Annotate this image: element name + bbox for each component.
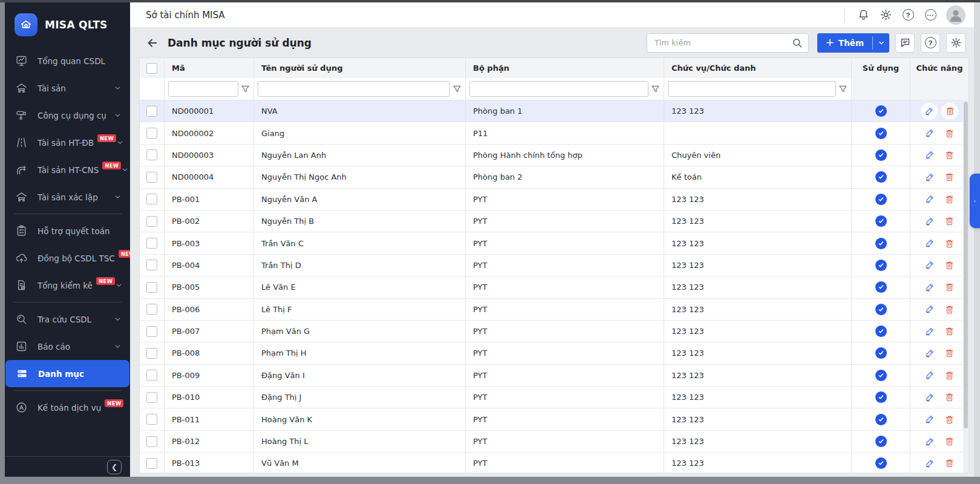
edit-pencil-icon[interactable]: [923, 280, 937, 295]
sidebar-item-ho-tro-quyet-toan[interactable]: Hỗ trợ quyết toán: [5, 217, 130, 244]
in-use-check-icon[interactable]: [875, 260, 887, 271]
delete-trash-icon[interactable]: [942, 148, 956, 162]
user-avatar[interactable]: [946, 5, 965, 25]
row-checkbox[interactable]: [146, 128, 157, 139]
edit-pencil-icon[interactable]: [923, 434, 937, 449]
sidebar-item-tai-san-ht-db[interactable]: Tài sản HT-ĐBNEW: [5, 129, 130, 156]
edit-pencil-icon[interactable]: [923, 390, 937, 405]
table-scrollbar-thumb[interactable]: [964, 102, 968, 428]
edit-pencil-icon[interactable]: [923, 302, 937, 316]
sidebar-collapse-button[interactable]: ❮: [107, 460, 122, 474]
in-use-check-icon[interactable]: [875, 215, 887, 227]
row-checkbox[interactable]: [146, 348, 157, 359]
in-use-check-icon[interactable]: [875, 391, 887, 403]
in-use-check-icon[interactable]: [875, 194, 887, 205]
filter-funnel-icon-title[interactable]: [838, 85, 848, 94]
sidebar-item-ke-toan-dich-vu[interactable]: Kế toán dịch vụNEW: [5, 394, 130, 421]
add-dropdown-caret[interactable]: [873, 33, 889, 53]
row-checkbox[interactable]: [146, 149, 157, 160]
table-settings-gear-icon[interactable]: [946, 33, 965, 53]
back-arrow-icon[interactable]: [146, 36, 159, 50]
filter-funnel-icon-department[interactable]: [651, 85, 660, 94]
more-options-icon[interactable]: ⋯: [924, 8, 937, 22]
column-header-code[interactable]: Mã: [165, 58, 254, 78]
in-use-check-icon[interactable]: [875, 128, 887, 139]
help-icon[interactable]: ?: [901, 8, 915, 22]
edit-pencil-icon[interactable]: [923, 192, 937, 206]
search-input[interactable]: [653, 38, 791, 48]
edit-pencil-icon[interactable]: [923, 214, 937, 229]
sidebar-item-tai-san-xac-lap[interactable]: Tài sản xác lập: [5, 183, 130, 211]
delete-trash-icon[interactable]: [942, 192, 956, 206]
select-all-checkbox[interactable]: [146, 63, 157, 74]
in-use-check-icon[interactable]: [875, 149, 887, 161]
row-checkbox[interactable]: [146, 436, 157, 447]
edit-pencil-icon[interactable]: [923, 126, 937, 140]
row-checkbox[interactable]: [146, 414, 157, 425]
row-checkbox[interactable]: [146, 326, 157, 337]
edit-pencil-icon[interactable]: [923, 170, 937, 185]
filter-input-title[interactable]: [668, 81, 836, 97]
help-icon-secondary[interactable]: ?: [921, 33, 940, 53]
in-use-check-icon[interactable]: [875, 105, 887, 117]
delete-trash-icon[interactable]: [942, 170, 956, 185]
sidebar-item-tai-san-ht-cns[interactable]: Tài sản HT-CNSNEW: [5, 156, 130, 183]
edit-pencil-icon[interactable]: [923, 368, 937, 382]
column-header-title[interactable]: Chức vụ/Chức danh: [664, 58, 852, 78]
row-checkbox[interactable]: [146, 216, 157, 227]
filter-funnel-icon-code[interactable]: [241, 85, 250, 94]
row-checkbox[interactable]: [146, 194, 157, 204]
in-use-check-icon[interactable]: [875, 457, 887, 469]
row-checkbox[interactable]: [146, 282, 157, 293]
row-checkbox[interactable]: [146, 238, 157, 249]
in-use-check-icon[interactable]: [875, 304, 887, 315]
search-icon[interactable]: [791, 37, 803, 49]
filter-funnel-icon-name[interactable]: [452, 85, 462, 94]
delete-trash-icon[interactable]: [942, 302, 956, 316]
notification-bell-icon[interactable]: [857, 8, 870, 22]
in-use-check-icon[interactable]: [875, 238, 887, 249]
filter-input-name[interactable]: [258, 81, 450, 97]
column-header-in-use[interactable]: Sử dụng: [852, 58, 910, 78]
sidebar-item-tai-san[interactable]: Tài sản: [5, 74, 130, 102]
sidebar-item-danh-muc[interactable]: Danh mục: [5, 360, 129, 387]
sidebar-item-dong-bo-csdl-tsc[interactable]: Đồng bộ CSDL TSCNEW: [5, 244, 130, 272]
edit-pencil-icon[interactable]: [923, 148, 937, 162]
delete-trash-icon[interactable]: [942, 368, 956, 382]
row-checkbox[interactable]: [146, 106, 157, 117]
sidebar-item-tong-kiem-ke[interactable]: Tổng kiểm kêNEW: [5, 272, 130, 299]
edit-pencil-icon[interactable]: [923, 412, 937, 427]
in-use-check-icon[interactable]: [875, 347, 887, 359]
in-use-check-icon[interactable]: [875, 436, 887, 447]
row-checkbox[interactable]: [146, 172, 157, 183]
table-scrollbar-track[interactable]: [963, 100, 969, 473]
delete-trash-icon[interactable]: [942, 412, 956, 427]
delete-trash-icon[interactable]: [942, 280, 956, 295]
edit-pencil-icon[interactable]: [921, 103, 938, 120]
delete-trash-icon[interactable]: [942, 214, 956, 229]
in-use-check-icon[interactable]: [875, 414, 887, 425]
edit-pencil-icon[interactable]: [923, 258, 937, 272]
in-use-check-icon[interactable]: [875, 325, 887, 337]
delete-trash-icon[interactable]: [942, 434, 956, 449]
sidebar-item-cong-cu-dung-cu[interactable]: Công cụ dụng cụ: [5, 102, 130, 129]
delete-trash-icon[interactable]: [942, 258, 956, 272]
sidebar-item-tong-quan-csdl[interactable]: Tổng quan CSDL: [5, 47, 130, 74]
column-header-name[interactable]: Tên người sử dụng: [254, 58, 466, 78]
delete-trash-icon[interactable]: [942, 456, 956, 471]
row-checkbox[interactable]: [146, 304, 157, 315]
feedback-chat-icon[interactable]: [895, 33, 915, 53]
edit-pencil-icon[interactable]: [923, 236, 937, 250]
row-checkbox[interactable]: [146, 370, 157, 381]
edit-pencil-icon[interactable]: [923, 456, 937, 471]
delete-trash-icon[interactable]: [942, 236, 956, 250]
delete-trash-icon[interactable]: [942, 126, 956, 140]
side-drawer-expand-tab[interactable]: [970, 174, 980, 228]
row-checkbox[interactable]: [146, 260, 157, 270]
column-header-department[interactable]: Bộ phận: [466, 58, 664, 78]
delete-trash-icon[interactable]: [942, 324, 956, 339]
in-use-check-icon[interactable]: [875, 370, 887, 381]
delete-trash-icon[interactable]: [942, 346, 956, 361]
sidebar-item-tra-cuu-csdl[interactable]: Tra cứu CSDL: [5, 306, 130, 333]
sidebar-item-bao-cao[interactable]: Báo cáo: [5, 333, 130, 360]
